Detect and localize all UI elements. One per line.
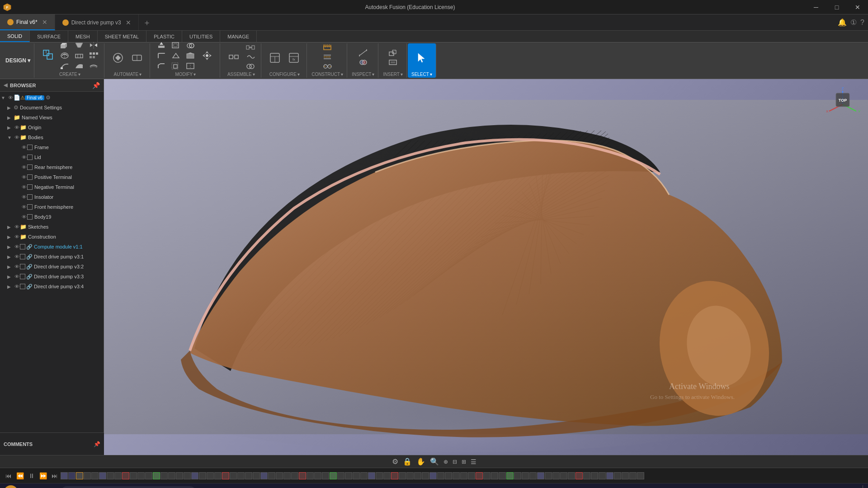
timeline-item[interactable] — [260, 472, 268, 479]
dd3-visibility[interactable]: 👁 — [14, 274, 20, 279]
timeline-item[interactable] — [299, 472, 306, 479]
replace-face-btn[interactable] — [184, 51, 197, 61]
timeline-item[interactable] — [153, 472, 160, 479]
motion-link-btn[interactable] — [244, 52, 257, 61]
restore-button[interactable]: □ — [826, 0, 847, 14]
dd1-visibility[interactable]: 👁 — [14, 254, 20, 259]
timeline-item[interactable] — [529, 472, 537, 479]
sketches-visibility[interactable]: 👁 — [14, 224, 20, 230]
tree-named-views[interactable]: ▶ 📁 Named Views — [0, 113, 104, 122]
root-visibility-icon[interactable]: 👁 — [7, 95, 14, 100]
timeline-item[interactable] — [322, 472, 329, 479]
construct-group-label[interactable]: CONSTRUCT ▾ — [311, 72, 343, 77]
combine-btn[interactable] — [184, 40, 197, 50]
tree-bodies[interactable]: ▼ 👁 📁 Bodies — [0, 132, 104, 142]
press-pull-btn[interactable] — [155, 40, 168, 50]
taskbar-folder-btn[interactable] — [223, 483, 241, 488]
construction-visibility[interactable]: 👁 — [14, 234, 20, 239]
axis-through-btn[interactable] — [321, 62, 334, 71]
thicken-btn[interactable] — [87, 61, 100, 71]
timeline-play-btn[interactable]: ⏸ — [27, 472, 37, 479]
tab-info-icon[interactable]: 🔔 — [838, 18, 847, 27]
automate-btn2[interactable] — [128, 50, 146, 66]
timeline-item[interactable] — [84, 472, 91, 479]
browser-collapse-btn[interactable]: ◀ — [4, 82, 7, 88]
ribbon-tab-sheetmetal[interactable]: SHEET METAL — [98, 31, 146, 42]
pattern-btn[interactable] — [87, 51, 100, 61]
sweep-btn[interactable] — [58, 61, 71, 71]
taskbar-search[interactable]: 🔍 Search — [61, 486, 196, 488]
timeline-item[interactable] — [268, 472, 275, 479]
minimize-button[interactable]: ─ — [806, 0, 826, 14]
ribbon-tab-manage[interactable]: MANAGE — [220, 31, 257, 42]
timeline-item[interactable] — [137, 472, 145, 479]
dd4-visibility[interactable]: 👁 — [14, 284, 20, 289]
modify-group-label[interactable]: MODIFY ▾ — [175, 72, 196, 77]
timeline-item[interactable] — [230, 472, 237, 479]
tree-insolator[interactable]: 👁 Insolator — [0, 192, 104, 202]
timeline-item[interactable] — [437, 472, 444, 479]
timeline-item[interactable] — [276, 472, 283, 479]
grid-btn[interactable]: ⊟ — [451, 459, 458, 465]
timeline-item[interactable] — [391, 472, 398, 479]
tree-root[interactable]: ▼ 👁 📄 ⚠ Final v6 ⚙ — [0, 93, 104, 103]
timeline-item[interactable] — [491, 472, 498, 479]
offset-plane-btn[interactable] — [321, 43, 334, 52]
joint-btn[interactable] — [225, 49, 243, 65]
timeline-next-btn[interactable]: ⏩ — [38, 472, 49, 479]
rib-btn[interactable] — [72, 51, 86, 61]
tab-close-dd[interactable]: ✕ — [126, 19, 131, 26]
timeline-item[interactable] — [522, 472, 529, 479]
revolve-btn[interactable] — [58, 51, 71, 61]
front-visibility[interactable]: 👁 — [21, 204, 27, 210]
select-group-label[interactable]: SELECT ▾ — [411, 72, 432, 77]
display-settings-btn[interactable]: ⚙ — [391, 457, 400, 466]
configure-btn2[interactable]: fx — [285, 50, 303, 66]
tree-front-hemisphere[interactable]: 👁 Front hemisphere — [0, 202, 104, 212]
timeline-item[interactable] — [283, 472, 291, 479]
viewport[interactable]: Activate Windows Go to Settings to activ… — [104, 79, 868, 455]
timeline-item[interactable] — [545, 472, 552, 479]
timeline-item[interactable] — [622, 472, 629, 479]
timeline-item[interactable] — [291, 472, 298, 479]
inspect-group-label[interactable]: INSPECT ▾ — [352, 72, 374, 77]
insert-canvas-btn[interactable] — [386, 58, 400, 67]
timeline-item[interactable] — [337, 472, 344, 479]
scale-btn[interactable] — [169, 61, 183, 71]
timeline-start-btn[interactable]: ⏮ — [4, 472, 14, 479]
split-face-btn[interactable] — [184, 61, 197, 71]
browser-pin-btn[interactable]: 📌 — [92, 82, 100, 89]
create-new-component-btn[interactable] — [39, 47, 57, 65]
timeline-item[interactable] — [199, 472, 206, 479]
extrude-btn[interactable] — [58, 40, 71, 50]
timeline-item[interactable] — [468, 472, 475, 479]
tree-doc-settings[interactable]: ▶ ⚙ Document Settings — [0, 103, 104, 113]
timeline-item[interactable] — [445, 472, 452, 479]
automate-group-label[interactable]: AUTOMATE ▾ — [114, 72, 142, 77]
mirror-btn[interactable] — [87, 40, 100, 50]
timeline-item[interactable] — [99, 472, 106, 479]
timeline-item[interactable] — [353, 472, 360, 479]
timeline-item[interactable] — [330, 472, 337, 479]
timeline-item[interactable] — [91, 472, 99, 479]
timeline-item[interactable] — [560, 472, 567, 479]
timeline-item[interactable] — [429, 472, 437, 479]
root-settings-icon[interactable]: ⚙ — [46, 94, 51, 101]
timeline-item[interactable] — [629, 472, 637, 479]
tree-lid[interactable]: 👁 Lid — [0, 152, 104, 162]
configure-btn1[interactable] — [266, 50, 284, 66]
timeline-item[interactable] — [383, 472, 391, 479]
chamfer-btn[interactable] — [155, 61, 168, 71]
timeline-item[interactable] — [414, 472, 421, 479]
tree-dd-1[interactable]: ▶ 👁 🔗 Direct drive pump v3:1 — [0, 252, 104, 262]
timeline-item[interactable] — [614, 472, 621, 479]
insert-derive-btn[interactable] — [386, 48, 400, 57]
timeline-item[interactable] — [68, 472, 75, 479]
timeline-item[interactable] — [176, 472, 183, 479]
timeline-item[interactable] — [307, 472, 314, 479]
view-cube-btn[interactable]: ⊞ — [460, 459, 467, 465]
configure-group-label[interactable]: CONFIGURE ▾ — [269, 72, 300, 77]
display-mode-btn[interactable]: ☰ — [469, 458, 478, 465]
neg-visibility[interactable]: 👁 — [21, 184, 27, 190]
timeline-item[interactable] — [122, 472, 129, 479]
